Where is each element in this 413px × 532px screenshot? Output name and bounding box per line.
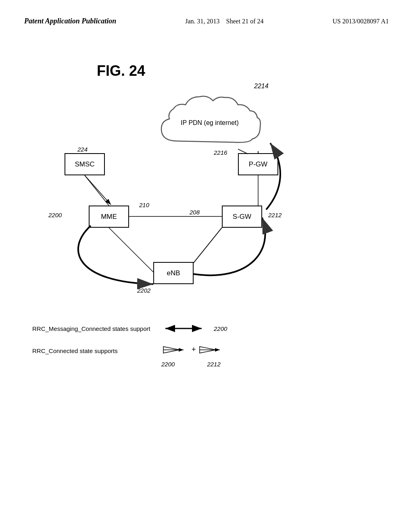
- diagram-area: FIG. 24 2214 IP PDN (eg internet) SMSC 2…: [24, 56, 389, 508]
- sgw-box: S-GW: [222, 206, 262, 228]
- patent-number: US 2013/0028097 A1: [332, 16, 389, 27]
- svg-line-7: [109, 228, 153, 272]
- svg-line-6: [85, 175, 109, 206]
- svg-line-12: [85, 175, 111, 205]
- publication-date-sheet: Jan. 31, 2013 Sheet 21 of 24: [185, 16, 263, 27]
- sheet-info: Sheet 21 of 24: [226, 18, 264, 25]
- smsc-box: SMSC: [65, 153, 105, 175]
- enb-label: eNB: [167, 269, 180, 277]
- ref-208: 208: [190, 209, 200, 216]
- svg-text:IP PDN (eg internet): IP PDN (eg internet): [181, 119, 239, 126]
- enb-ref: 2202: [137, 287, 150, 294]
- mme-box: MME: [89, 206, 129, 228]
- patent-page: Patent Application Publication Jan. 31, …: [0, 0, 413, 532]
- svg-text:+: +: [192, 345, 196, 353]
- mme-ref: 2200: [48, 212, 62, 218]
- legend-row1-text: RRC_Messaging_Connected states support: [32, 325, 161, 332]
- sgw-label: S-GW: [233, 213, 251, 221]
- legend-area: RRC_Messaging_Connected states support 2…: [32, 322, 242, 368]
- svg-line-9: [194, 228, 222, 263]
- enb-box: eNB: [153, 262, 194, 284]
- cloud-shape: IP PDN (eg internet): [153, 85, 266, 153]
- mme-label: MME: [101, 213, 117, 221]
- sgw-ref-right: 2212: [268, 212, 282, 218]
- svg-line-8: [194, 228, 222, 263]
- legend-ref-2212: 2212: [207, 361, 220, 368]
- smsc-label: SMSC: [75, 160, 94, 168]
- publication-title: Patent Application Publication: [24, 16, 116, 26]
- publication-date: Jan. 31, 2013: [185, 18, 219, 25]
- smsc-ref: 224: [77, 146, 88, 153]
- ref-210: 210: [139, 202, 149, 208]
- pgw-ref: 2216: [214, 149, 227, 156]
- legend-arrow-2: +: [161, 343, 242, 359]
- pgw-box: P-GW: [238, 153, 278, 175]
- legend-ref-2200a: 2200: [214, 325, 227, 332]
- pgw-label: P-GW: [249, 160, 267, 168]
- legend-arrow-1: [161, 322, 210, 335]
- legend-row2-text: RRC_Connected state supports: [32, 347, 161, 354]
- figure-label: FIG. 24: [97, 62, 145, 79]
- legend-ref-2200b: 2200: [161, 361, 175, 368]
- page-header: Patent Application Publication Jan. 31, …: [0, 0, 413, 35]
